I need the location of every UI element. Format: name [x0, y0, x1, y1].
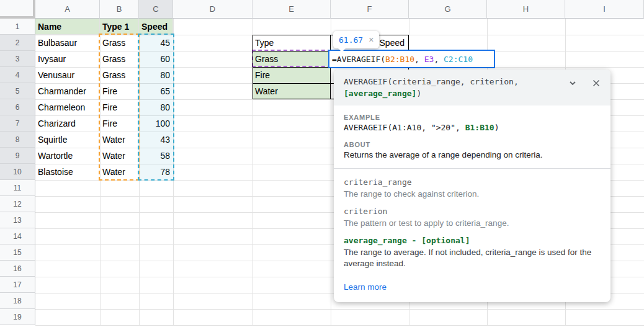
tooltip-close-icon[interactable]: ×: [369, 35, 373, 45]
example-highlight: B1:B10: [465, 123, 494, 132]
param-desc-average-range: The range to average. If not included, c…: [344, 247, 601, 269]
cell-A1[interactable]: Name: [35, 19, 100, 35]
param-name-criteria-range: criteria_range: [344, 177, 601, 187]
cell-A9[interactable]: Wartortle: [35, 148, 100, 164]
cell-A2[interactable]: Bulbasaur: [35, 35, 100, 51]
select-all-corner[interactable]: [0, 0, 35, 19]
cell-C1[interactable]: Speed: [139, 19, 173, 35]
average-range-highlight: [138, 34, 174, 181]
row-header-13[interactable]: 13: [0, 212, 35, 228]
formula-segment: C2:C10: [444, 55, 473, 64]
gridline: [35, 325, 644, 326]
cell-A6[interactable]: Charmeleon: [35, 99, 100, 115]
learn-more-link[interactable]: Learn more: [344, 282, 387, 292]
row-header-8[interactable]: 8: [0, 132, 35, 148]
cell-A3[interactable]: Ivysaur: [35, 51, 100, 67]
example-prefix: AVERAGEIF(A1:A10, ">20",: [344, 123, 465, 132]
param-desc-criteria-range: The range to check against criterion.: [344, 189, 601, 200]
row-header-17[interactable]: 17: [0, 277, 35, 293]
example-formula: AVERAGEIF(A1:A10, ">20", B1:B10): [344, 123, 601, 132]
cell-E4[interactable]: Fire: [253, 67, 331, 83]
row-header-7[interactable]: 7: [0, 115, 35, 132]
column-header-H[interactable]: H: [487, 0, 565, 19]
row-header-2[interactable]: 2: [0, 35, 35, 51]
cell-E5[interactable]: Water: [253, 83, 331, 99]
param-name-average-range: average_range - [optional]: [344, 236, 601, 245]
cell-A4[interactable]: Venusaur: [35, 67, 100, 83]
cell-A5[interactable]: Charmander: [35, 83, 100, 99]
formula-segment: ,: [414, 55, 424, 64]
column-header-I[interactable]: I: [565, 0, 644, 19]
formula-segment: ,: [434, 55, 444, 64]
row-header-10[interactable]: 10: [0, 164, 35, 180]
cell-A7[interactable]: Charizard: [35, 115, 100, 132]
formula-result-value: 61.67: [339, 35, 363, 45]
row-header-15[interactable]: 15: [0, 244, 35, 261]
row-header-1[interactable]: 1: [0, 19, 35, 35]
cell-B1[interactable]: Type 1: [100, 19, 139, 35]
spreadsheet: =AVERAGEIF(B2:B10, E3, C2:C10 61.67 × AV…: [0, 0, 644, 327]
row-header-4[interactable]: 4: [0, 67, 35, 83]
param-name-criterion: criterion: [344, 207, 601, 216]
example-label: EXAMPLE: [344, 114, 601, 121]
function-signature: AVERAGEIF(criteria_range, criterion, [av…: [334, 69, 610, 105]
row-header-12[interactable]: 12: [0, 196, 35, 212]
column-header-G[interactable]: G: [409, 0, 487, 19]
chevron-down-icon[interactable]: [568, 79, 577, 87]
row-header-9[interactable]: 9: [0, 148, 35, 164]
close-icon[interactable]: [592, 79, 601, 87]
about-text: Returns the average of a range depending…: [344, 150, 601, 159]
criterion-cell-highlight: [252, 50, 331, 67]
row-header-14[interactable]: 14: [0, 228, 35, 244]
function-help-popup: AVERAGEIF(criteria_range, criterion, [av…: [334, 69, 610, 302]
signature-suffix: ): [416, 89, 421, 98]
example-suffix: ): [494, 123, 499, 132]
signature-optional-arg: [average_range]: [344, 89, 416, 98]
column-header-D[interactable]: D: [173, 0, 253, 19]
cell-A8[interactable]: Squirtle: [35, 132, 100, 148]
row-header-5[interactable]: 5: [0, 83, 35, 99]
row-header-18[interactable]: 18: [0, 293, 35, 309]
row-header-6[interactable]: 6: [0, 99, 35, 115]
signature-prefix: AVERAGEIF(criteria_range, criterion,: [344, 77, 519, 86]
column-header-A[interactable]: A: [35, 0, 100, 19]
row-header-11[interactable]: 11: [0, 180, 35, 196]
cell-A10[interactable]: Blastoise: [35, 164, 100, 180]
row-header-3[interactable]: 3: [0, 51, 35, 67]
column-header-C[interactable]: C: [139, 0, 173, 19]
formula-result-tooltip: 61.67 ×: [333, 31, 379, 48]
formula-cell-editor[interactable]: =AVERAGEIF(B2:B10, E3, C2:C10: [328, 50, 495, 68]
criteria-range-highlight: [99, 34, 140, 181]
cell-E2[interactable]: Type: [253, 35, 331, 51]
column-header-B[interactable]: B: [100, 0, 139, 19]
param-desc-criterion: The pattern or test to apply to criteria…: [344, 218, 601, 229]
formula-segment: =AVERAGEIF(: [332, 55, 385, 64]
divider: [334, 168, 610, 169]
column-header-F[interactable]: F: [331, 0, 409, 19]
formula-segment: B2:B10: [385, 55, 414, 64]
column-header-E[interactable]: E: [253, 0, 331, 19]
about-label: ABOUT: [344, 141, 601, 148]
gridline: [35, 309, 644, 310]
formula-segment: E3: [424, 55, 434, 64]
row-header-19[interactable]: 19: [0, 309, 35, 325]
row-header-16[interactable]: 16: [0, 261, 35, 277]
